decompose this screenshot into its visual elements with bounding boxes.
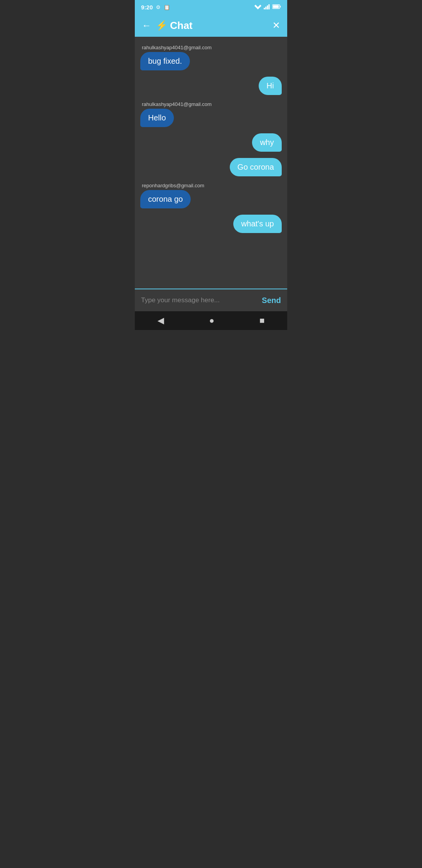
status-time: 9:20 <box>141 4 153 11</box>
close-button[interactable]: ✕ <box>272 20 280 31</box>
message-bubble: corona go <box>140 190 191 208</box>
message-group: Go corona <box>140 158 282 176</box>
message-group: Hi <box>140 77 282 95</box>
settings-icon: ⚙ <box>156 4 161 10</box>
svg-rect-7 <box>280 6 281 7</box>
message-bubble: Hello <box>140 109 174 127</box>
nav-recent-button[interactable]: ■ <box>259 316 265 326</box>
nav-home-button[interactable]: ● <box>209 316 214 326</box>
status-left: 9:20 ⚙ 📋 <box>141 4 170 11</box>
message-group: what's up <box>140 215 282 233</box>
status-right <box>254 4 281 11</box>
sender-label: rahulkashyap4041@gmail.com <box>140 45 212 50</box>
app-bar-left: ← ⚡ Chat <box>142 20 193 32</box>
input-bar: Send <box>135 289 287 311</box>
message-group: rahulkashyap4041@gmail.com bug fixed. <box>140 45 282 70</box>
svg-rect-3 <box>267 5 268 9</box>
sender-label: rahulkashyap4041@gmail.com <box>140 101 212 107</box>
svg-rect-6 <box>273 5 279 8</box>
send-button[interactable]: Send <box>262 296 281 305</box>
message-bubble: what's up <box>233 215 282 233</box>
message-group: rahulkashyap4041@gmail.com Hello <box>140 101 282 127</box>
status-bar: 9:20 ⚙ 📋 <box>135 0 287 14</box>
svg-rect-1 <box>264 8 265 9</box>
message-bubble: bug fixed. <box>140 52 190 70</box>
message-bubble: why <box>252 133 282 152</box>
sender-label: reponhardgribs@gmail.com <box>140 183 204 188</box>
message-bubble: Go corona <box>230 158 282 176</box>
chat-title-text: Chat <box>170 20 193 32</box>
app-title: ⚡ Chat <box>156 20 193 32</box>
message-group: why <box>140 133 282 152</box>
app-bar: ← ⚡ Chat ✕ <box>135 14 287 37</box>
nav-bar: ◀ ● ■ <box>135 311 287 330</box>
svg-rect-2 <box>265 7 266 9</box>
clipboard-icon: 📋 <box>164 4 170 10</box>
message-bubble: Hi <box>259 77 282 95</box>
battery-icon <box>272 4 281 10</box>
message-input[interactable] <box>141 296 258 304</box>
svg-rect-4 <box>268 4 270 9</box>
svg-marker-0 <box>254 5 261 9</box>
signal-icon <box>264 4 270 11</box>
back-button[interactable]: ← <box>142 20 151 31</box>
nav-back-button[interactable]: ◀ <box>157 316 164 326</box>
lightning-icon: ⚡ <box>156 20 168 31</box>
chat-area: rahulkashyap4041@gmail.com bug fixed. Hi… <box>135 37 287 289</box>
wifi-icon <box>254 4 261 11</box>
message-group: reponhardgribs@gmail.com corona go <box>140 183 282 208</box>
